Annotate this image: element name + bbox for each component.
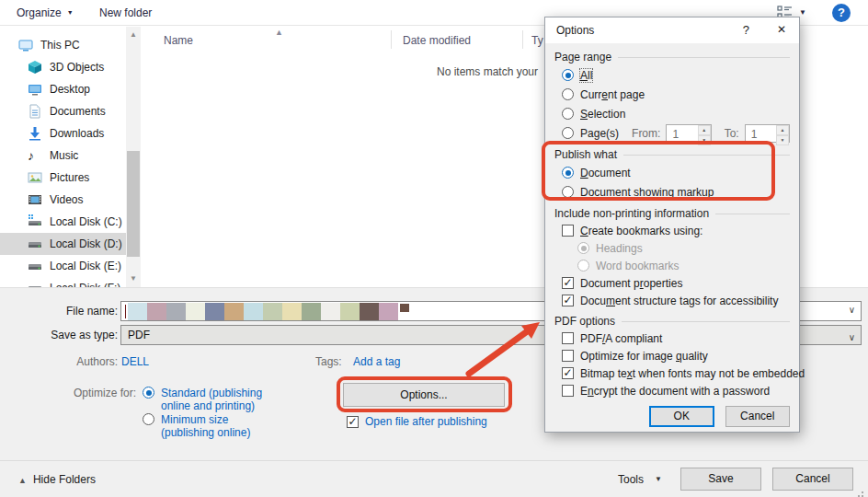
checkbox-optimize-image-quality[interactable]: Optimize for image quality [554,347,790,364]
chevron-up-icon: ▲ [18,476,27,485]
dialog-help-icon[interactable]: ? [743,23,749,37]
drive-icon [28,237,42,251]
sidebar-item-this-pc[interactable]: This PC [0,34,126,56]
redacted-block [282,303,302,320]
sidebar-item-videos[interactable]: Videos [0,189,126,211]
radio-selection[interactable]: Selection [554,104,790,123]
resize-grip[interactable] [862,491,863,493]
spin-up-icon[interactable]: ▲ [776,125,789,135]
ok-button[interactable]: OK [649,406,714,427]
text-cursor [125,305,126,318]
drive-icon [28,259,42,273]
sidebar-scrollbar[interactable]: ▲ ▼ [126,27,141,287]
redacted-block [340,303,360,320]
radio-icon [562,167,574,179]
checkbox-create-bookmarks[interactable]: Create bookmarks using: [554,222,790,239]
authors-value[interactable]: DELL [121,355,149,368]
chevron-down-icon[interactable]: ∨ [849,305,855,315]
radio-all[interactable]: All [554,65,790,85]
redacted-block [147,303,166,320]
radio-icon [562,108,574,120]
sidebar-item-local-disk-f[interactable]: Local Disk (F:) [0,277,126,287]
spin-down-icon[interactable]: ▼ [698,135,711,145]
picture-icon [28,170,42,185]
save-button[interactable]: Save [680,468,761,491]
tools-dropdown[interactable]: Tools▼ [618,473,662,486]
column-header-name[interactable]: Name [164,34,193,47]
options-button[interactable]: Options... [343,383,505,407]
music-note-icon: ♪ [28,148,42,163]
redacted-block [224,303,244,320]
to-label: To: [725,127,739,140]
checkbox-pdfa-compliant[interactable]: PDF/A compliant [554,329,790,347]
open-file-after-publishing-checkbox[interactable]: Open file after publishing [347,415,487,428]
radio-icon [143,413,154,425]
sidebar-item-downloads[interactable]: Downloads [0,122,126,144]
drive-icon [28,281,42,287]
help-icon[interactable]: ? [832,4,851,22]
document-icon [28,104,42,119]
column-header-date-modified[interactable]: Date modified [403,34,471,47]
new-folder-button[interactable]: New folder [99,0,152,26]
radio-icon [562,69,574,81]
radio-document-showing-markup[interactable]: Document showing markup [554,182,790,202]
dialog-cancel-button[interactable]: Cancel [725,406,790,427]
checkbox-encrypt-password[interactable]: Encrypt the document with a password [554,382,790,399]
pdf-options-group-label: PDF options [554,313,790,329]
radio-document[interactable]: Document [554,163,790,182]
radio-icon [577,260,589,272]
scrollbar-thumb[interactable] [127,151,140,257]
sidebar-item-local-disk-e[interactable]: Local Disk (E:) [0,255,126,277]
sidebar-item-pictures[interactable]: Pictures [0,167,126,189]
radio-word-bookmarks: Word bookmarks [554,257,790,274]
sidebar-item-local-disk-d[interactable]: Local Disk (D:) [0,233,126,255]
page-range-group-label: Page range [554,49,790,65]
system-drive-icon [28,214,42,229]
save-as-type-label: Save as type: [7,329,118,341]
chevron-down-icon[interactable]: ▼ [799,8,806,17]
sidebar-item-3d-objects[interactable]: 3D Objects [0,56,126,78]
dialog-title-bar[interactable]: Options ? ✕ [545,17,799,43]
close-icon[interactable]: ✕ [777,23,786,36]
checkbox-document-structure-tags[interactable]: Document structure tags for accessibilit… [554,292,790,309]
column-divider [522,30,523,49]
sidebar-item-documents[interactable]: Documents [0,100,126,122]
radio-icon [143,387,154,399]
navigation-sidebar: This PC 3D Objects Desktop Documents Dow… [0,34,126,287]
sidebar-item-music[interactable]: ♪Music [0,144,126,167]
checkbox-document-properties[interactable]: Document properties [554,274,790,292]
cancel-button[interactable]: Cancel [772,468,853,491]
column-header-type[interactable]: Ty [531,34,543,47]
radio-current-page[interactable]: Current page [554,85,790,104]
sidebar-item-local-disk-c[interactable]: Local Disk (C:) [0,211,126,233]
organize-button[interactable]: Organize▼ [17,0,74,26]
sidebar-item-desktop[interactable]: Desktop [0,78,126,100]
hide-folders-button[interactable]: ▲Hide Folders [18,473,96,486]
optimize-minimum-radio[interactable]: Minimum size (publishing online) [143,413,282,439]
checkbox-bitmap-text[interactable]: Bitmap text when fonts may not be embedd… [554,364,790,382]
radio-pages[interactable]: Page(s) From: 1▲▼ To: 1▲▼ [554,123,790,143]
radio-icon [562,186,574,198]
desktop-icon [28,82,42,97]
redacted-block [166,303,186,320]
download-arrow-icon [28,126,42,141]
save-as-dialog: Organize▼ New folder ▼ ? This PC 3D Obje… [0,0,868,497]
scroll-down-icon[interactable]: ▼ [126,272,141,285]
optimize-for-label: Optimize for: [26,387,136,399]
column-divider [391,30,392,49]
scroll-up-icon[interactable]: ▲ [126,29,141,41]
file-name-redacted-end [400,304,409,312]
to-page-spinner[interactable]: 1▲▼ [745,124,790,143]
checkbox-icon [562,367,574,379]
radio-headings: Headings [554,239,790,257]
checkbox-icon [562,295,574,306]
spin-down-icon[interactable]: ▼ [776,135,789,145]
non-printing-group-label: Include non-printing information [554,205,790,222]
spin-up-icon[interactable]: ▲ [698,125,711,135]
from-page-spinner[interactable]: 1▲▼ [666,124,711,143]
checkbox-icon [562,332,574,344]
optimize-standard-radio[interactable]: Standard (publishing online and printing… [143,387,282,412]
add-tag-link[interactable]: Add a tag [353,355,400,368]
checkbox-icon [562,277,574,289]
tags-label: Tags: [315,355,342,368]
